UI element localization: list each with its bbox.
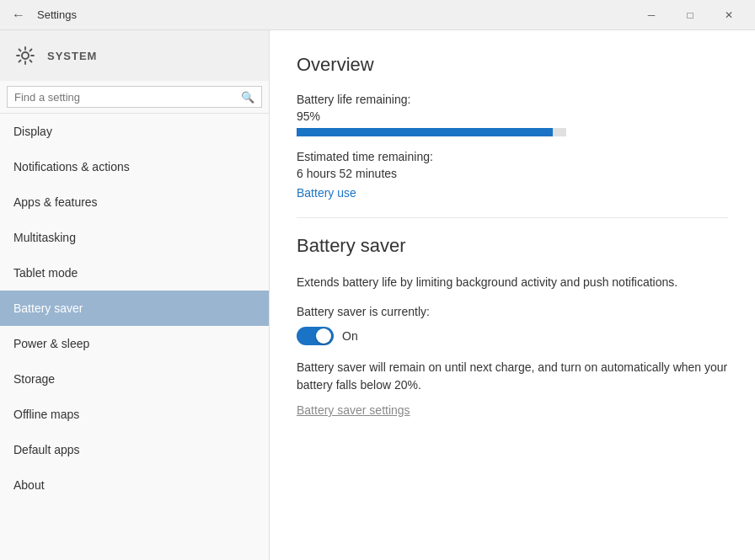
minimize-button[interactable]: ─ xyxy=(632,0,671,30)
divider xyxy=(297,217,728,218)
overview-section: Overview Battery life remaining: 95% Est… xyxy=(297,54,728,200)
sidebar-item-default-apps[interactable]: Default apps xyxy=(0,432,269,467)
back-button[interactable]: ← xyxy=(7,3,30,27)
sidebar-item-offline-maps[interactable]: Offline maps xyxy=(0,397,269,432)
system-icon xyxy=(13,44,37,67)
battery-saver-toggle[interactable] xyxy=(297,327,334,345)
maximize-button[interactable]: □ xyxy=(671,0,709,30)
battery-use-link[interactable]: Battery use xyxy=(297,186,356,200)
sidebar-nav: Display Notifications & actions Apps & f… xyxy=(0,114,269,560)
battery-saver-currently-label: Battery saver is currently: xyxy=(297,305,728,318)
sidebar-title: SYSTEM xyxy=(47,50,97,62)
battery-saver-note: Battery saver will remain on until next … xyxy=(297,359,728,394)
content-area: Overview Battery life remaining: 95% Est… xyxy=(270,30,755,560)
back-icon: ← xyxy=(12,8,25,23)
sidebar: SYSTEM 🔍 Display Notifications & actions… xyxy=(0,30,270,560)
sidebar-item-storage[interactable]: Storage xyxy=(0,361,269,397)
battery-bar-background xyxy=(297,128,566,136)
sidebar-item-multitasking[interactable]: Multitasking xyxy=(0,220,269,255)
main-layout: SYSTEM 🔍 Display Notifications & actions… xyxy=(0,30,755,560)
sidebar-header: SYSTEM xyxy=(0,30,269,81)
window-title: Settings xyxy=(37,8,77,21)
close-button[interactable]: ✕ xyxy=(709,0,748,30)
battery-saver-toggle-row: On xyxy=(297,327,728,345)
overview-title: Overview xyxy=(297,54,728,76)
sidebar-item-battery-saver[interactable]: Battery saver xyxy=(0,291,269,326)
sidebar-item-display[interactable]: Display xyxy=(0,114,269,149)
svg-point-0 xyxy=(22,52,29,59)
maximize-icon: □ xyxy=(687,9,693,21)
sidebar-item-apps[interactable]: Apps & features xyxy=(0,184,269,220)
sidebar-item-power[interactable]: Power & sleep xyxy=(0,326,269,361)
title-bar: ← Settings ─ □ ✕ xyxy=(0,0,755,30)
search-input[interactable] xyxy=(14,91,241,104)
battery-life-label: Battery life remaining: xyxy=(297,93,728,106)
search-icon: 🔍 xyxy=(241,91,254,104)
battery-saver-title: Battery saver xyxy=(297,235,728,257)
window-controls: ─ □ ✕ xyxy=(632,0,748,30)
battery-saver-description: Extends battery life by limiting backgro… xyxy=(297,274,728,291)
toggle-knob xyxy=(316,328,331,344)
estimated-label: Estimated time remaining: xyxy=(297,150,728,163)
battery-bar-fill xyxy=(297,128,553,136)
close-icon: ✕ xyxy=(725,9,733,21)
estimated-value: 6 hours 52 minutes xyxy=(297,167,728,180)
battery-percent-value: 95% xyxy=(297,109,728,123)
battery-saver-settings-link[interactable]: Battery saver settings xyxy=(297,403,410,417)
minimize-icon: ─ xyxy=(648,9,656,21)
battery-saver-section: Battery saver Extends battery life by li… xyxy=(297,235,728,418)
sidebar-item-notifications[interactable]: Notifications & actions xyxy=(0,149,269,184)
sidebar-item-tablet[interactable]: Tablet mode xyxy=(0,255,269,291)
toggle-label: On xyxy=(342,329,358,343)
sidebar-item-about[interactable]: About xyxy=(0,467,269,503)
